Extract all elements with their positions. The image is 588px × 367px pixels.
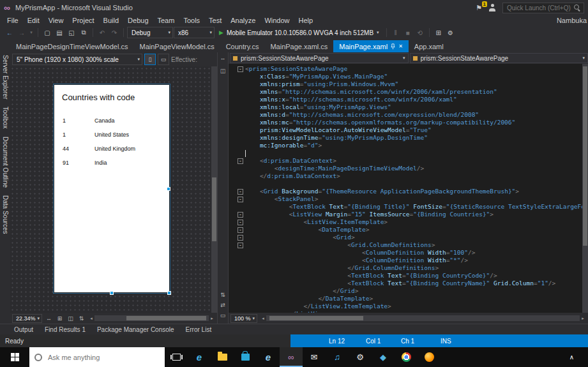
open-file-button[interactable]: ▤ (54, 29, 65, 36)
fit-selection-button[interactable]: ↔ (45, 315, 53, 322)
code-line[interactable]: </Grid.ColumnDefinitions> (229, 264, 588, 272)
code-line[interactable]: - <StackPanel> (229, 195, 588, 203)
landscape-orientation-button[interactable]: ▭ (158, 54, 169, 65)
menu-window[interactable]: Window (260, 17, 294, 24)
scroll-left-icon[interactable]: ◂ (260, 316, 266, 321)
code-line[interactable]: xmlns:prism="using:Prism.Windows.Mvvm" (229, 80, 588, 88)
title-bar[interactable]: ∞ MyPrismApp - Microsoft Visual Studio ⚑… (0, 0, 588, 15)
menu-edit[interactable]: Edit (23, 17, 44, 24)
phone-page-canvas[interactable]: Countries with code 1Canada1United State… (54, 84, 170, 293)
page-title-textblock[interactable]: Countries with code (62, 93, 169, 102)
save-button[interactable]: ◱ (66, 29, 77, 36)
element-breadcrumb-right[interactable]: prism:SessionStateAwarePage ▾ (410, 53, 588, 63)
navigate-forward-button[interactable]: → (16, 29, 27, 36)
code-line[interactable]: prism:ViewModelLocator.AutoWireViewModel… (229, 126, 588, 134)
taskbar-icon-store[interactable] (234, 347, 257, 367)
selection-handle-bottom[interactable] (110, 291, 114, 295)
countries-listview[interactable]: 1Canada1United States44United Kingdom91I… (54, 114, 169, 170)
menu-debug[interactable]: Debug (123, 17, 153, 24)
quick-launch-input[interactable] (506, 4, 574, 12)
taskbar-icon-firefox[interactable] (418, 347, 441, 367)
taskbar-icon-mail[interactable]: ✉ (303, 347, 326, 367)
restart-button[interactable]: ⟲ (414, 29, 426, 36)
new-project-button[interactable]: ▢ (41, 29, 53, 36)
scrollbar-track[interactable] (266, 315, 580, 321)
code-line[interactable]: xmlns:x="http://schemas.microsoft.com/wi… (229, 96, 588, 103)
panel-tab-output[interactable]: Output (9, 326, 38, 333)
code-line[interactable]: </ListView.ItemTemplate> (229, 303, 588, 310)
navigation-dropdown-icon[interactable]: ▾ (28, 30, 34, 35)
snap-to-grid-button[interactable]: ◫ (66, 315, 75, 322)
code-line[interactable]: <TextBlock Text="{Binding CountryName}" … (229, 280, 588, 287)
scrollbar-thumb[interactable] (269, 316, 363, 320)
selection-handle-right[interactable] (167, 187, 170, 191)
element-breadcrumb-left[interactable]: prism:SessionStateAwarePage ▾ (230, 53, 409, 63)
vertical-split-icon[interactable]: ◫ (218, 68, 228, 74)
scroll-right-icon[interactable]: ▸ (209, 316, 215, 321)
tab-mainpagedesigntimeviewmodel-cs[interactable]: MainPageDesignTimeViewModel.cs (10, 40, 133, 52)
solution-configuration-selector[interactable]: Debug ▾ (127, 27, 173, 38)
fold-collapse-icon[interactable]: - (237, 158, 243, 164)
editor-vertical-scrollbar[interactable] (582, 64, 588, 313)
taskbar-icon-internet-explorer[interactable]: e (257, 347, 280, 367)
taskbar-icon-file-explorer[interactable] (211, 347, 234, 367)
code-line[interactable]: </d:prism.DataContext> (229, 172, 588, 180)
panel-tab-package-manager-console[interactable]: Package Manager Console (92, 326, 179, 333)
redo-button[interactable]: ↷ (109, 29, 120, 36)
listview-row[interactable]: 1United States (54, 128, 169, 142)
code-line[interactable]: - <ListView.ItemTemplate> (229, 218, 588, 226)
tool-tab-toolbox[interactable]: Toolbox (2, 107, 9, 128)
menu-tools[interactable]: Tools (179, 17, 204, 24)
code-editor[interactable]: -<prism:SessionStateAwarePage x:Class="M… (229, 64, 588, 313)
portrait-orientation-button[interactable]: ▯ (144, 54, 156, 65)
designer-horizontal-scrollbar[interactable]: ◂ ▸ (88, 315, 215, 322)
code-lines[interactable]: -<prism:SessionStateAwarePage x:Class="M… (229, 64, 588, 313)
user-account-icon[interactable] (488, 4, 496, 11)
tool-tab-document-outline[interactable]: Document Outline (2, 137, 9, 188)
code-line[interactable] (229, 149, 588, 157)
menu-view[interactable]: View (44, 17, 68, 24)
code-line[interactable]: - <DataTemplate> (229, 226, 588, 234)
editor-zoom-selector[interactable]: 100 % ▾ (230, 314, 257, 323)
show-hidden-icons-chevron[interactable]: ∧ (564, 354, 579, 361)
menu-test[interactable]: Test (204, 17, 226, 24)
code-line[interactable]: - <Grid.ColumnDefinitions> (229, 241, 588, 249)
designer-editor-splitter[interactable]: ↔ ◫ ⇅ ⇄ ▭ (217, 52, 229, 324)
code-line[interactable]: xmlns:designTime="using:MyPrismApp.Desig… (229, 134, 588, 142)
code-line[interactable]: - <Grid> (229, 234, 588, 241)
design-surface[interactable]: Countries with code 1Canada1United State… (10, 66, 217, 313)
code-line[interactable] (229, 180, 588, 188)
tool-tab-server-explorer[interactable]: Server Explorer (2, 55, 9, 99)
taskbar-search-input[interactable] (47, 353, 160, 362)
code-line[interactable]: <TextBlock Text="{Binding Title}" FontSi… (229, 203, 588, 211)
taskbar-icon-groove-music[interactable]: ♫ (326, 347, 349, 367)
pin-icon[interactable] (391, 43, 395, 50)
tab-country-cs[interactable]: Country.cs (220, 40, 265, 52)
taskbar-icon-visual-studio[interactable]: ∞ (280, 347, 303, 367)
tab-app-xaml[interactable]: App.xaml (409, 40, 449, 52)
scrollbar-thumb[interactable] (583, 66, 587, 246)
fold-collapse-icon[interactable]: - (237, 197, 243, 202)
code-line[interactable]: - <d:prism.DataContext> (229, 157, 588, 165)
taskbar-icon-task-view[interactable] (165, 347, 188, 367)
taskbar-icon-photos[interactable]: ◆ (372, 347, 395, 367)
menu-help[interactable]: Help (294, 17, 318, 24)
menu-build[interactable]: Build (99, 17, 123, 24)
taskbar-icon-chrome[interactable] (395, 347, 418, 367)
scrollbar-thumb[interactable] (212, 177, 216, 241)
notifications-button[interactable]: ⚑ 1 (476, 4, 482, 12)
device-selector[interactable]: 5" Phone (1920 x 1080) 300% scale ▾ (12, 54, 142, 65)
code-line[interactable]: xmlns="http://schemas.microsoft.com/winf… (229, 88, 588, 96)
taskbar-icon-settings[interactable]: ⚙ (349, 347, 372, 367)
solution-explorer-button[interactable]: ⊞ (433, 29, 444, 36)
code-line[interactable]: -<prism:SessionStateAwarePage (229, 65, 588, 73)
navigate-back-button[interactable]: ← (4, 29, 15, 36)
menu-project[interactable]: Project (68, 17, 98, 24)
close-icon[interactable]: ✕ (398, 43, 403, 49)
menu-analyze[interactable]: Analyze (226, 17, 260, 24)
listview-row[interactable]: 44United Kingdom (54, 142, 169, 156)
code-line[interactable]: - <ListView Margin="15" ItemsSource="{Bi… (229, 211, 588, 218)
code-line[interactable]: </ListView> (229, 310, 588, 313)
code-line[interactable]: x:Class="MyPrismApp.Views.MainPage" (229, 73, 588, 80)
quick-launch-box[interactable] (502, 3, 584, 13)
